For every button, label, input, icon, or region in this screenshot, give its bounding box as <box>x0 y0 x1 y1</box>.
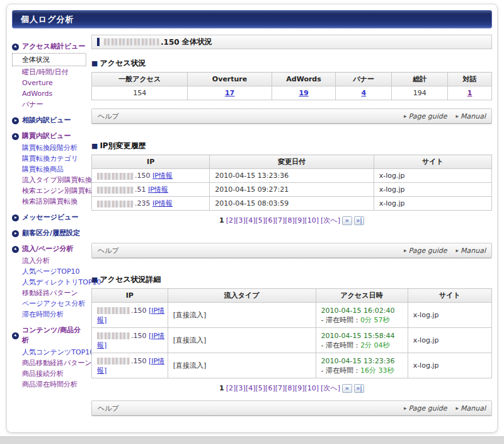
manual-link[interactable]: ▸Manual <box>455 112 486 120</box>
sidebar-section-header-1[interactable]: 相談内訳ビュー <box>12 115 86 126</box>
help-link-label: Page guide <box>409 112 447 120</box>
app-frame: 個人ログ分析 アクセス統計ビュー全体状況曜日/時間/日付OvertureAdWo… <box>6 4 498 433</box>
sidebar-section: 流入/ページ分析流入分析人気ページTOP10人気ディレクトリTOP10移動経路パ… <box>12 244 86 320</box>
manual-link[interactable]: ▸Manual <box>455 247 486 255</box>
pagination-last-button[interactable]: »| <box>354 384 364 393</box>
pagination-fast-forward-button[interactable]: » <box>342 384 352 393</box>
ip-info-link[interactable]: IP情報 <box>152 199 173 207</box>
ip-cell: .235 IP情報 <box>92 197 210 211</box>
pagination-page-link[interactable]: [6] <box>265 384 275 392</box>
pagination-last-button[interactable]: »| <box>354 216 364 225</box>
pagination-page-link[interactable]: [2] <box>226 384 236 392</box>
stay-time-label: - 滞在時間： <box>321 316 360 324</box>
stay-seconds: 57秒 <box>374 316 390 324</box>
sidebar-section-label: アクセス統計ビュー <box>22 42 86 52</box>
column-header: 変更日付 <box>210 155 374 169</box>
stay-time: - 滞在時間：16分 33秒 <box>321 366 408 375</box>
access-count-link[interactable]: 17 <box>225 89 234 97</box>
page-guide-link[interactable]: ▸Page guide <box>404 247 447 255</box>
ip-info-link[interactable]: IP情報 <box>148 185 168 194</box>
pagination-next-link[interactable]: [次へ] <box>321 383 340 393</box>
table-row: .150 [IP情報][直接流入]2010-04-15 13:23:36- 滞在… <box>92 353 492 378</box>
sidebar-item[interactable]: 全体状況 <box>12 53 86 66</box>
access-count-cell: 194 <box>392 86 448 100</box>
pagination-page-link[interactable]: [4] <box>246 216 256 225</box>
sidebar-item[interactable]: 移動経路パターン <box>12 288 86 298</box>
pagination-page-link[interactable]: [7] <box>275 384 285 392</box>
section-marker-icon: ■ <box>91 276 98 284</box>
access-count-link[interactable]: 1 <box>467 89 472 97</box>
pagination-page-link[interactable]: [7] <box>275 216 285 225</box>
sidebar-item[interactable]: 検索語別購買転換 <box>12 196 86 207</box>
help-bar-2: ヘルプ▸Page guide▸Manual <box>91 243 492 259</box>
sidebar-item[interactable]: 人気ページTOP10 <box>12 266 86 277</box>
pagination-page-link[interactable]: [4] <box>246 384 256 392</box>
column-header: IP <box>92 289 168 303</box>
pagination-page-link[interactable]: [9] <box>295 216 305 225</box>
sidebar-item[interactable]: 検索エンジン別購買転換 <box>12 185 86 196</box>
sidebar-section-header-2[interactable]: 購買内訳ビュー <box>12 131 86 141</box>
pagination-fast-forward-button[interactable]: » <box>342 216 352 225</box>
sidebar-item[interactable]: 人気コンテンツTOP10 <box>12 347 86 358</box>
pagination-page-link[interactable]: [10] <box>304 384 319 392</box>
sidebar-section-header-3[interactable]: メッセージビュー <box>12 213 86 223</box>
site-name: x-log.jp <box>413 311 439 319</box>
pagination-page-link[interactable]: [6] <box>265 216 275 225</box>
sidebar-section-header-6[interactable]: コンテンツ/商品分析 <box>12 325 86 346</box>
ip-suffix: .235 <box>135 199 152 207</box>
sidebar-item[interactable]: 購買転換カテゴリ <box>12 153 86 164</box>
sidebar-item[interactable]: 滞在時間分析 <box>12 309 86 320</box>
ip-suffix: .150 <box>135 172 152 180</box>
help-link-label: Manual <box>461 112 486 120</box>
pagination-current-page: 1 <box>219 216 224 225</box>
sidebar-item[interactable]: 商品接続分析 <box>12 368 86 379</box>
sidebar-section-label: 購買内訳ビュー <box>22 131 71 141</box>
sidebar-section-label: コンテンツ/商品分析 <box>22 325 86 346</box>
pagination-page-link[interactable]: [8] <box>285 384 295 392</box>
section-marker-icon: ■ <box>91 142 98 150</box>
column-header: IP <box>92 155 210 169</box>
section-bullet-icon <box>12 230 19 237</box>
sidebar-item[interactable]: 購買転換商品 <box>12 164 86 175</box>
sidebar-item[interactable]: 流入分析 <box>12 255 86 266</box>
pagination-page-link[interactable]: [9] <box>295 384 305 392</box>
table-row: 154171941941 <box>92 86 492 100</box>
pagination-page-link[interactable]: [2] <box>226 216 236 225</box>
pagination-page-link[interactable]: [5] <box>256 384 266 392</box>
pagination-current-page: 1 <box>219 384 224 392</box>
ip-suffix: .150 <box>131 307 149 315</box>
page-guide-link[interactable]: ▸Page guide <box>404 404 447 412</box>
site-name: x-log.jp <box>379 199 405 207</box>
pagination-page-link[interactable]: [8] <box>285 216 295 225</box>
access-count-link[interactable]: 19 <box>299 89 308 97</box>
sidebar-section-header-0[interactable]: アクセス統計ビュー <box>12 42 86 52</box>
sidebar-item[interactable]: 購買転換段階分析 <box>12 143 86 153</box>
access-count-link[interactable]: 4 <box>361 89 366 97</box>
sidebar-item[interactable]: 曜日/時間/日付 <box>12 67 86 78</box>
column-header: 対話 <box>448 73 492 86</box>
sidebar-item[interactable]: Overture <box>12 78 86 88</box>
access-detail-pagination: 1[2][3][4][5][6][7][8][9][10][次へ]»»| <box>91 383 492 393</box>
sidebar-item[interactable]: ページアクセス分析 <box>12 298 86 309</box>
sidebar-item[interactable]: 人気ディレクトリTOP10 <box>12 277 86 288</box>
sidebar-item[interactable]: 流入タイプ別購買転換 <box>12 175 86 185</box>
pagination-page-link[interactable]: [3] <box>236 384 246 392</box>
access-datetime-cell: 2010-04-15 15:58:44- 滞在時間：2分 04秒 <box>316 328 408 353</box>
column-header: Overture <box>188 73 272 86</box>
sidebar-item[interactable]: 商品移動経路パターン <box>12 358 86 368</box>
manual-link[interactable]: ▸Manual <box>455 404 486 412</box>
page-title: 全体状況 <box>182 37 212 47</box>
sidebar-item[interactable]: 商品滞在時間分析 <box>12 379 86 390</box>
sidebar-item[interactable]: AdWords <box>12 88 86 99</box>
page-guide-link[interactable]: ▸Page guide <box>404 112 447 120</box>
sidebar-section: 顧客区分/履歴設定 <box>12 228 86 238</box>
ip-info-link[interactable]: IP情報 <box>152 172 173 180</box>
sidebar-section-header-4[interactable]: 顧客区分/履歴設定 <box>12 228 86 238</box>
pagination-page-link[interactable]: [3] <box>236 216 246 225</box>
pagination-page-link[interactable]: [10] <box>304 216 319 225</box>
pagination-next-link[interactable]: [次へ] <box>321 216 340 225</box>
sidebar-section-header-5[interactable]: 流入/ページ分析 <box>12 244 86 254</box>
section-bullet-icon <box>12 133 19 140</box>
sidebar-item[interactable]: バナー <box>12 99 86 110</box>
pagination-page-link[interactable]: [5] <box>256 216 266 225</box>
